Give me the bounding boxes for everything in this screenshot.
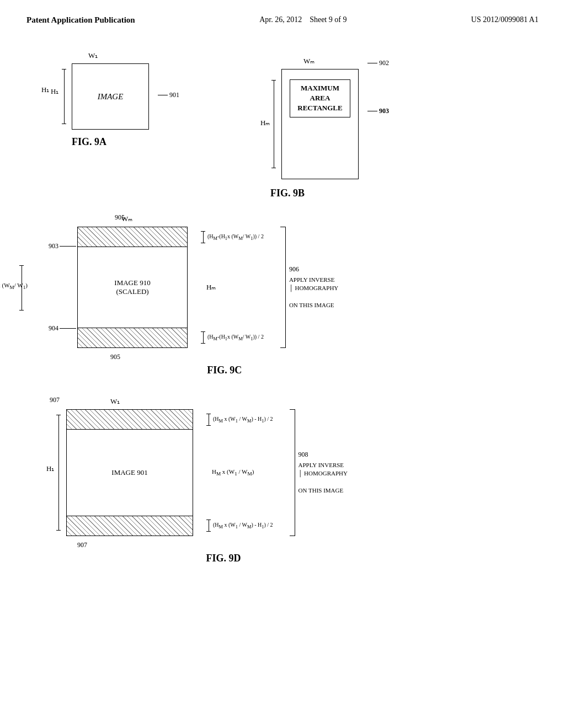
fig9d-right-bracket — [290, 409, 295, 536]
fig9a-ref: 901 — [169, 91, 179, 99]
fig9a-h1-text: H₁ — [51, 87, 58, 96]
fig9a-h1-label: H₁ — [41, 85, 49, 94]
fig9d-wrapper: 907 W₁ H₁ IMAGE 901 90 — [66, 409, 348, 536]
fig9d-content: IMAGE 901 — [111, 468, 147, 477]
fig9c-right-bracket — [280, 227, 286, 348]
figures-row3: 907 W₁ H₁ IMAGE 901 90 — [33, 404, 532, 564]
fig9d-right-side: (HM x (W1 / WM) - H1) / 2 HM x (W1 / WM)… — [206, 409, 273, 536]
fig9d-hatch-top — [67, 410, 193, 430]
fig-9a-wrapper: W₁ H₁ H₁ IMAGE 9 — [72, 63, 149, 130]
fig9d-apply-label: APPLY INVERSE│ HOMOGRAPHYON THIS IMAGE — [299, 461, 348, 495]
header-center: Apr. 26, 2012 Sheet 9 of 9 — [259, 15, 347, 24]
fig9d-formula-bottom: (HM x (W1 / WM) - H1) / 2 — [213, 522, 273, 529]
fig9c-bracket-906: 906 APPLY INVERSE│ HOMOGRAPHYON THIS IMA… — [280, 227, 338, 348]
fig9c-wm-label: Wₘ — [121, 215, 132, 223]
fig9b-ref903: 903 — [379, 106, 389, 116]
fig9d-label: FIG. 9D — [99, 553, 348, 564]
fig9d-bracket-908: 908 APPLY INVERSE│ HOMOGRAPHYON THIS IMA… — [290, 409, 348, 536]
fig9c-903-left: 903 — [49, 242, 76, 250]
fig9d-908-ref: 908 — [299, 451, 348, 459]
fig9b-ref902: 902 — [379, 59, 389, 67]
fig9a-image-box: IMAGE — [72, 63, 149, 130]
fig9c-box: IMAGE 910 (SCALED) — [77, 227, 188, 348]
fig9a-h1-group: H₁ — [41, 85, 49, 94]
figures-row2: 905 903 904 905 Wₘ — [33, 221, 532, 376]
fig9c-wrapper: 905 903 904 905 Wₘ — [77, 227, 338, 348]
header-left: Patent Application Publication — [26, 15, 135, 25]
fig9d-top-formula-group: (HM x (W1 / WM) - H1) / 2 — [206, 414, 273, 426]
fig9d-907-bottom: 907 — [77, 541, 87, 549]
fig9b-hm-arrow — [271, 80, 276, 168]
fig9c-apply-label: APPLY INVERSE│ HOMOGRAPHYON THIS IMAGE — [289, 276, 338, 310]
fig9d-hatch-bottom — [67, 516, 193, 536]
fig9b-902-group: 902 — [367, 59, 389, 67]
fig9b-label: FIG. 9B — [270, 188, 305, 199]
fig9d-w1-label: W₁ — [110, 397, 120, 406]
fig9d-middle: IMAGE 901 — [67, 430, 193, 516]
fig9d-h1-arrow — [56, 415, 61, 531]
fig9a-content: IMAGE — [98, 92, 124, 101]
fig9a-label: FIG. 9A — [72, 136, 106, 148]
fig9b-hm-text: Hₘ — [260, 119, 270, 127]
fig9b-rect-box: MAXIMUM AREA RECTANGLE 903 — [281, 69, 359, 179]
fig9c-905-bottom: 905 — [110, 353, 120, 361]
fig9d-hm-label: HM x (W1 / WM) — [212, 468, 273, 477]
fig9b-inner-text: MAXIMUM AREA RECTANGLE 903 — [290, 79, 350, 117]
fig-9b-container: Wₘ 902 Hₘ MAXIMUM AREA RECTANGLE — [259, 52, 359, 199]
fig9c-906-group: 906 APPLY INVERSE│ HOMOGRAPHYON THIS IMA… — [289, 227, 338, 348]
fig9c-middle: IMAGE 910 (SCALED) — [78, 247, 187, 328]
fig9c-formula-top: (HM-(H1x (WM/ W1)) / 2 — [207, 233, 264, 241]
fig9c-h1xwm-label: H1 x (WM/ W1) — [0, 282, 28, 290]
figures-row1: W₁ H₁ H₁ IMAGE 9 — [33, 52, 532, 199]
fig9b-903-group: 903 — [367, 106, 389, 116]
fig9c-hatch-bottom — [78, 328, 187, 347]
fig9d-container: 907 W₁ H₁ IMAGE 901 90 — [66, 409, 348, 564]
fig9c-right-side: (HM-(H1x (WM/ W1)) / 2 Hₘ (HM-(H1x (WM/ … — [201, 227, 264, 348]
fig9c-904-left: 904 — [49, 324, 76, 333]
fig9d-formula-top: (HM x (W1 / WM) - H1) / 2 — [213, 416, 273, 424]
fig9b-wm-label: Wₘ — [303, 57, 315, 66]
fig9c-hatch-top — [78, 227, 187, 247]
fig9a-901-group: 901 — [158, 91, 179, 99]
fig9d-bottom-formula-group: (HM x (W1 / WM) - H1) / 2 — [206, 520, 273, 532]
page-header: Patent Application Publication Apr. 26, … — [0, 0, 565, 25]
fig9d-h1-text: H₁ — [46, 464, 54, 473]
fig9c-container: 905 903 904 905 Wₘ — [77, 227, 338, 376]
fig9d-908-group: 908 APPLY INVERSE│ HOMOGRAPHYON THIS IMA… — [299, 409, 348, 536]
fig9c-label: FIG. 9C — [110, 365, 338, 376]
fig-9b-wrapper: Wₘ 902 Hₘ MAXIMUM AREA RECTANGLE — [281, 69, 359, 179]
header-right: US 2012/0099081 A1 — [471, 15, 539, 24]
fig9a-h1-arrow — [62, 69, 66, 124]
fig9c-top-formula-group: (HM-(H1x (WM/ W1)) / 2 — [201, 231, 264, 243]
fig9c-hm-label: Hₘ — [206, 283, 264, 292]
fig9c-content: IMAGE 910 (SCALED) — [114, 279, 150, 296]
fig9c-formula-bottom: (HM-(H1x (WM/ W1)) / 2 — [207, 334, 264, 341]
fig-9a-container: W₁ H₁ H₁ IMAGE 9 — [55, 52, 149, 148]
fig9c-906-ref: 906 — [289, 265, 338, 274]
fig9c-bottom-formula-group: (HM-(H1x (WM/ W1)) / 2 — [201, 331, 264, 344]
fig9d-907-top: 907 — [50, 396, 60, 404]
fig9a-w1-label: W₁ — [88, 51, 98, 60]
fig9d-box: IMAGE 901 — [66, 409, 193, 536]
patent-content: W₁ H₁ H₁ IMAGE 9 — [0, 25, 565, 575]
